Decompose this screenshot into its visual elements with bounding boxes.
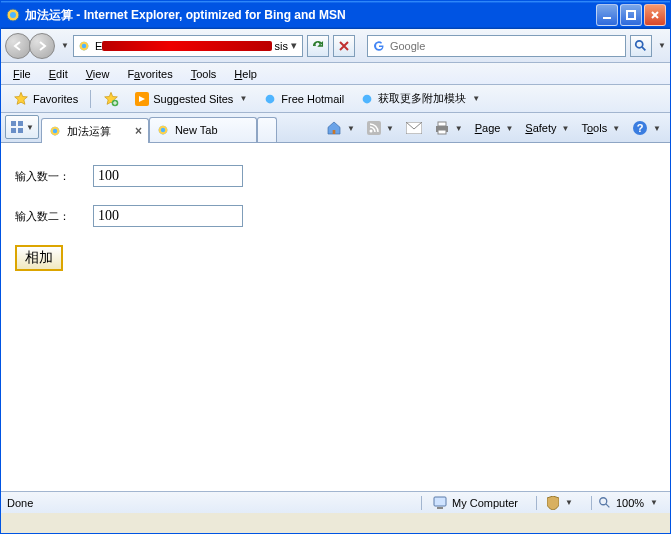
zoom-icon [598,496,612,510]
tab-bar: ▼ 加法运算 × New Tab ▼ ▼ ▼ Page▼ Safety▼ [1,113,670,143]
tab-active[interactable]: 加法运算 × [41,118,149,143]
safety-menu[interactable]: Safety▼ [520,117,574,139]
suggested-sites-label: Suggested Sites [153,93,233,105]
svg-rect-23 [438,130,446,134]
page-icon [48,124,62,138]
search-provider-dropdown[interactable]: ▼ [658,41,666,50]
addons-icon [360,92,374,106]
menu-tools[interactable]: Tools [185,66,223,82]
window-titlebar: 加法运算 - Internet Explorer, optimized for … [1,1,670,29]
search-input[interactable] [390,40,621,52]
nav-history-dropdown[interactable]: ▼ [61,41,69,50]
google-icon [372,39,386,53]
computer-icon [432,496,448,510]
menu-bar: File Edit View Favorites Tools Help [1,63,670,85]
quick-tabs-button[interactable]: ▼ [5,115,39,139]
address-bar[interactable]: E sis ▾ [73,35,303,57]
search-box[interactable] [367,35,626,57]
svg-rect-16 [262,125,272,135]
svg-rect-11 [18,121,23,126]
mail-icon [406,122,422,134]
home-button[interactable]: ▼ [321,117,360,139]
free-hotmail-button[interactable]: Free Hotmail [257,90,350,108]
home-icon [326,120,342,136]
chevron-down-icon: ▼ [472,94,480,103]
tab-close-button[interactable]: × [135,124,142,138]
input2-field[interactable] [93,205,243,227]
shield-icon [547,496,559,510]
window-minimize-button[interactable] [596,4,618,26]
favorites-bar: Favorites Suggested Sites ▼ Free Hotmail… [1,85,670,113]
page-icon [76,38,92,54]
zoom-level: 100% [616,497,644,509]
navigation-toolbar: ▼ E sis ▾ ▼ [1,29,670,63]
help-icon: ? [632,120,648,136]
svg-point-19 [369,130,372,133]
ie-icon [5,7,21,23]
svg-rect-22 [438,122,446,126]
tab-new[interactable]: New Tab [149,117,257,142]
zoom-control[interactable]: 100% ▼ [591,496,664,510]
forward-button[interactable] [29,33,55,59]
svg-rect-17 [333,130,336,134]
print-button[interactable]: ▼ [429,117,468,139]
suggested-icon [135,92,149,106]
menu-help[interactable]: Help [228,66,263,82]
get-addons-label: 获取更多附加模块 [378,91,466,106]
status-text: Done [7,497,127,509]
svg-rect-12 [11,128,16,133]
suggested-sites-button[interactable]: Suggested Sites ▼ [129,90,253,108]
input1-label: 输入数一： [15,169,93,184]
mail-button[interactable] [401,117,427,139]
window-title: 加法运算 - Internet Explorer, optimized for … [25,7,596,24]
security-zone[interactable]: My Computer [421,496,528,510]
menu-file[interactable]: File [7,66,37,82]
tools-menu[interactable]: Tools▼ [576,117,625,139]
search-button[interactable] [630,35,652,57]
protected-mode[interactable]: ▼ [536,496,583,510]
svg-rect-10 [11,121,16,126]
input1-field[interactable] [93,165,243,187]
url-redacted [102,41,272,51]
star-icon [13,91,29,107]
stop-button[interactable] [333,35,355,57]
print-icon [434,121,450,135]
get-addons-button[interactable]: 获取更多附加模块 ▼ [354,89,486,108]
chevron-down-icon: ▼ [239,94,247,103]
add-favorite-button[interactable] [97,89,125,109]
tab-label: New Tab [175,124,218,136]
svg-rect-13 [18,128,23,133]
security-zone-label: My Computer [452,497,518,509]
status-bar: Done My Computer ▼ 100% ▼ [1,491,670,513]
window-maximize-button[interactable] [620,4,642,26]
tab-label: 加法运算 [67,124,111,139]
svg-rect-27 [437,507,443,509]
svg-point-9 [363,94,372,103]
page-icon [156,123,170,137]
new-tab-button[interactable] [257,117,277,142]
svg-rect-26 [434,497,446,506]
menu-edit[interactable]: Edit [43,66,74,82]
page-content: 输入数一： 输入数二： 相加 [1,143,670,491]
back-button[interactable] [5,33,31,59]
input2-label: 输入数二： [15,209,93,224]
menu-favorites[interactable]: Favorites [121,66,178,82]
free-hotmail-label: Free Hotmail [281,93,344,105]
address-dropdown[interactable]: ▾ [288,39,300,52]
svg-rect-3 [627,11,635,19]
help-button[interactable]: ?▼ [627,117,666,139]
svg-point-8 [266,94,275,103]
menu-view[interactable]: View [80,66,116,82]
favorites-label: Favorites [33,93,78,105]
feeds-button[interactable]: ▼ [362,117,399,139]
favorites-button[interactable]: Favorites [7,89,84,109]
page-menu[interactable]: Page▼ [470,117,519,139]
window-close-button[interactable] [644,4,666,26]
add-button[interactable]: 相加 [15,245,63,271]
url-suffix: sis [274,40,287,52]
svg-rect-2 [603,17,611,19]
svg-text:?: ? [637,122,644,134]
svg-point-5 [636,40,643,47]
refresh-button[interactable] [307,35,329,57]
svg-point-28 [600,497,607,504]
